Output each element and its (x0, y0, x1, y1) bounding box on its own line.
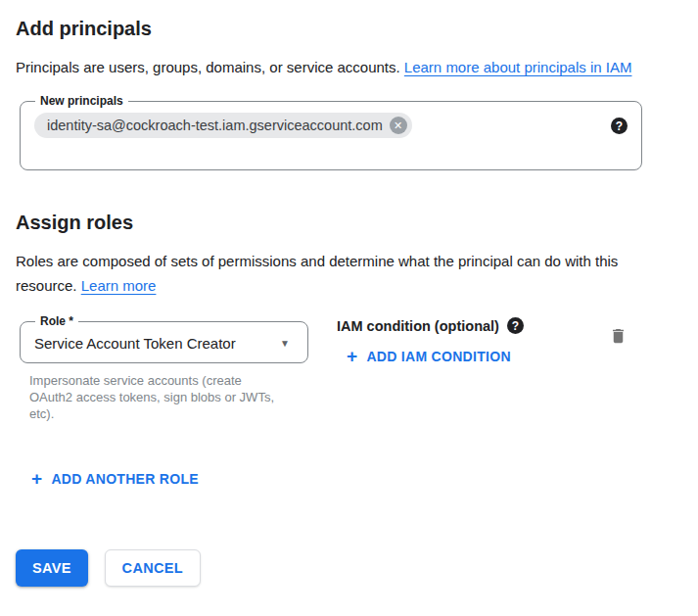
chevron-down-icon: ▼ (280, 338, 290, 349)
new-principals-field[interactable]: New principals identity-sa@cockroach-tes… (20, 94, 642, 170)
new-principals-help-icon[interactable]: ? (611, 118, 628, 134)
iam-condition-column: IAM condition (optional) ? + ADD IAM CON… (337, 314, 524, 371)
plus-icon: + (31, 469, 42, 488)
trash-icon (609, 326, 628, 346)
learn-more-principals-link[interactable]: Learn more about principals in IAM (404, 59, 632, 75)
save-button[interactable]: SAVE (16, 549, 88, 587)
iam-condition-label: IAM condition (optional) (337, 318, 499, 334)
role-label: Role * (35, 314, 78, 328)
principals-description: Principals are users, groups, domains, o… (16, 55, 634, 79)
role-row: Role * Service Account Token Creator ▼ I… (16, 314, 642, 422)
action-bar: SAVE CANCEL (16, 549, 682, 587)
principals-description-text: Principals are users, groups, domains, o… (16, 59, 404, 75)
role-column: Role * Service Account Token Creator ▼ I… (20, 314, 312, 422)
assign-roles-title: Assign roles (16, 210, 682, 235)
cancel-button[interactable]: CANCEL (105, 549, 201, 587)
role-helper-text: Impersonate service accounts (create OAu… (29, 372, 276, 422)
iam-condition-help-icon[interactable]: ? (507, 317, 524, 334)
add-another-role-label: ADD ANOTHER ROLE (51, 471, 199, 487)
delete-role-button[interactable] (607, 324, 629, 351)
learn-more-roles-link[interactable]: Learn more (81, 277, 157, 294)
principal-chip[interactable]: identity-sa@cockroach-test.iam.gservicea… (34, 113, 412, 138)
role-select[interactable]: Role * Service Account Token Creator ▼ (20, 314, 308, 363)
role-selected-value: Service Account Token Creator (34, 335, 236, 352)
new-principals-label: New principals (35, 94, 128, 108)
chip-remove-icon[interactable]: ✕ (390, 117, 407, 134)
add-iam-condition-button[interactable]: + ADD IAM CONDITION (339, 341, 519, 371)
add-iam-condition-label: ADD IAM CONDITION (366, 349, 510, 364)
add-another-role-button[interactable]: + ADD ANOTHER ROLE (23, 463, 207, 494)
page-title: Add principals (16, 16, 682, 41)
plus-icon: + (347, 347, 357, 365)
roles-description: Roles are composed of sets of permission… (16, 249, 634, 298)
principal-chip-label: identity-sa@cockroach-test.iam.gservicea… (47, 118, 383, 133)
